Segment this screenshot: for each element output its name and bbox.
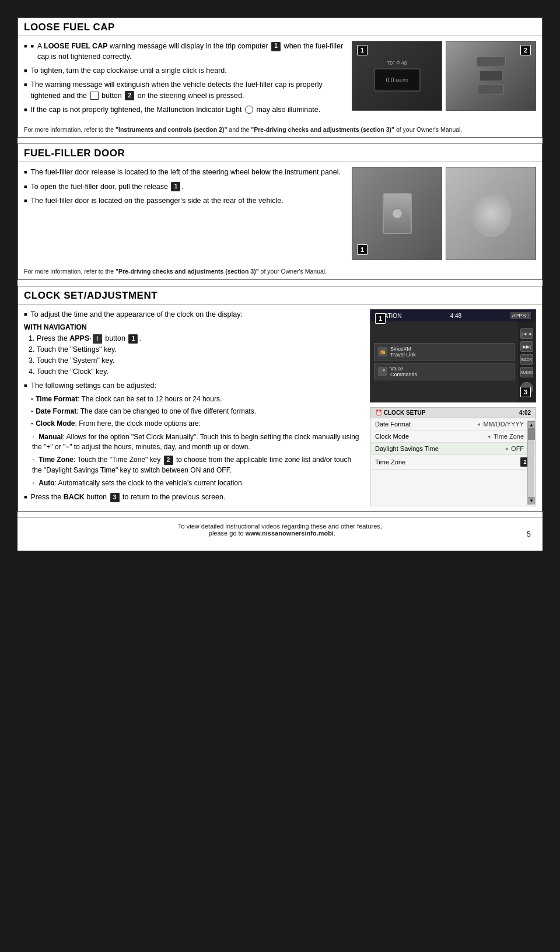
ffd-bullet-2: The fuel-filler door is located on the p… <box>30 195 283 206</box>
cs-row-tz: Time Zone 2 <box>370 455 536 470</box>
press-back-text: Press the BACK button 3 to return to the… <box>30 492 225 502</box>
loose-fuel-cap-images: 70° P 46 0:0 MILES 1 <box>352 41 536 118</box>
fuel-filler-door-footnote: For more information, refer to the "Pre-… <box>18 265 542 279</box>
ref-box-2: 2 <box>125 91 134 100</box>
voice-label: VoiceCommands <box>390 366 417 377</box>
apps-icon: i <box>93 334 102 344</box>
list-item: Clock Mode: From here, the clock mode op… <box>31 419 361 429</box>
footer-text2: please go to <box>209 530 246 537</box>
cs-val-mode: ◄ Time Zone ► <box>487 433 531 440</box>
bullet-2-text: The warning message will extinguish when… <box>30 79 346 100</box>
steps-list: 1. Press the APPS·i button 1. 2. Touch t… <box>24 333 361 377</box>
fuel-filler-door-text: The fuel-filler door release is located … <box>24 167 346 260</box>
sub-bullets: Time Format: The clock can be set to 12 … <box>24 394 361 428</box>
list-item: Time Format: The clock can be set to 12 … <box>31 394 361 404</box>
list-item: Auto: Automatically sets the clock to th… <box>32 477 361 489</box>
cs-label-mode: Clock Mode <box>375 433 409 440</box>
list-item: ■ A LOOSE FUEL CAP warning message will … <box>24 41 346 62</box>
fuel-door-image2 <box>446 167 536 260</box>
cs-header: ⏰ CLOCK SETUP 4:02 <box>370 408 536 418</box>
loose-fuel-cap-bullets: ■ A LOOSE FUEL CAP warning message will … <box>24 41 346 115</box>
cs-arrow-left-date: ◄ <box>476 422 481 427</box>
clock-setup-image: ⏰ CLOCK SETUP 4:02 Date Format ◄ MM/DD/Y… <box>370 407 536 506</box>
nav-ctrl-audio[interactable]: AUDIO <box>520 367 533 377</box>
ref-box-3-clock: 3 <box>110 493 120 502</box>
ref-box-1-clock: 1 <box>128 334 138 344</box>
list-item: Press the BACK button 3 to return to the… <box>24 492 361 502</box>
list-item: To open the fuel-filler door, pull the r… <box>24 181 346 192</box>
auto-bold: Auto <box>38 479 54 487</box>
settings-bullet: The following settings can be adjusted: <box>30 380 156 391</box>
footer-url: www.nissanownersinfo.mobi <box>246 530 334 537</box>
loose-fuel-cap-title: LOOSE FUEL CAP <box>18 18 542 36</box>
cs-row-date-format: Date Format ◄ MM/DD/YYYY ► <box>370 418 536 430</box>
img-label-1-ffd: 1 <box>357 244 368 255</box>
sub-sub-bullets: Manual: Allows for the option "Set Clock… <box>24 431 361 488</box>
nav-top-bar: RMATION 4:48 APPS□ <box>370 310 536 321</box>
clock-section-body: To adjust the time and the appearance of… <box>18 304 542 511</box>
fuel-filler-door-images: 1 <box>352 167 536 260</box>
fuel-filler-door-title: FUEL-FILLER DOOR <box>18 144 542 162</box>
list-item: The fuel-filler door is located on the p… <box>24 195 346 206</box>
square-icon <box>90 92 99 100</box>
cs-scroll-up[interactable]: ▲ <box>528 421 535 428</box>
press-back-bullets: Press the BACK button 3 to return to the… <box>24 492 361 502</box>
list-item: Time Zone: Touch the "Time Zone" key 2 t… <box>32 454 361 475</box>
footer-text1: To view detailed instructional videos re… <box>178 523 382 530</box>
clock-set-title: CLOCK SET/ADJUSTMENT <box>18 286 542 304</box>
siriusxm-label: SiriusXMTravel Link <box>390 346 416 358</box>
cs-arrow-left-dst: ◄ <box>504 446 509 452</box>
cs-val-date: ◄ MM/DD/YYYY ► <box>476 421 531 428</box>
apps-bold: APPS <box>69 334 89 342</box>
list-item: To adjust the time and the appearance of… <box>24 309 361 320</box>
list-item: Manual: Allows for the option "Set Clock… <box>32 431 361 452</box>
list-item: The following settings can be adjusted: <box>24 380 361 391</box>
fuel-door-image1: 1 <box>352 167 442 260</box>
steering-wheel-image: 2 <box>446 41 536 111</box>
nav-menu-siriusxm[interactable]: 📻 SiriusXMTravel Link <box>374 343 514 360</box>
bullet-3-text: If the cap is not properly tightened, th… <box>30 104 320 115</box>
clock-images: RMATION 4:48 APPS□ 📻 SiriusXMTravel Link <box>367 309 536 506</box>
clock-bullet-intro: To adjust the time and the appearance of… <box>30 309 242 320</box>
list-item: The warning message will extinguish when… <box>24 79 346 100</box>
cs-header-right: 4:02 <box>519 410 531 416</box>
ffd-bullet-1: To open the fuel-filler door, pull the r… <box>30 181 184 192</box>
loose-fuel-cap-text: ■ A LOOSE FUEL CAP warning message will … <box>24 41 346 118</box>
bold-loose-fuel-cap: LOOSE FUEL CAP <box>44 42 108 50</box>
ref-box-1-ffd: 1 <box>171 182 180 191</box>
fuel-filler-door-section: FUEL-FILLER DOOR The fuel-filler door re… <box>18 144 542 280</box>
nav-ctrl-prev[interactable]: |◄◄ <box>520 328 533 339</box>
img-label-2: 2 <box>520 45 531 55</box>
cs-label-date: Date Format <box>375 421 411 428</box>
dash-image: 70° P 46 0:0 MILES 1 <box>352 41 442 111</box>
cs-scroll-down[interactable]: ▼ <box>528 497 535 504</box>
clock-set-section: CLOCK SET/ADJUSTMENT To adjust the time … <box>18 286 542 512</box>
fuel-filler-door-body: The fuel-filler door release is located … <box>18 162 542 265</box>
cs-row-dst: Daylight Savings Time ◄ OFF ► <box>370 443 536 455</box>
nav-apps: APPS□ <box>510 312 531 319</box>
nav-time: 4:48 <box>450 313 461 319</box>
siriusxm-icon: 📻 <box>378 347 387 356</box>
nav-ctrl-next[interactable]: ▶▶| <box>520 341 533 352</box>
voice-icon: 🎤 <box>378 367 387 376</box>
list-item: The fuel-filler door release is located … <box>24 167 346 177</box>
nav-img-label-3: 3 <box>520 387 531 397</box>
img-label-1: 1 <box>357 45 368 55</box>
cs-scrollbar[interactable]: ▲ ▼ <box>527 421 534 505</box>
nav-img-label-1: 1 <box>375 313 386 324</box>
list-item: If the cap is not properly tightened, th… <box>24 104 346 115</box>
clock-bullets: To adjust the time and the appearance of… <box>24 309 361 320</box>
loose-fuel-cap-footnote: For more information, refer to the "Inst… <box>18 123 542 138</box>
nav-screen-image: RMATION 4:48 APPS□ 📻 SiriusXMTravel Link <box>370 309 536 402</box>
ref-box-1: 1 <box>271 42 281 51</box>
nav-menu-voice[interactable]: 🎤 VoiceCommands <box>374 363 514 380</box>
list-item: 2. Touch the "Settings" key. <box>29 344 361 355</box>
list-item: Date Format: The date can be changed to … <box>31 407 361 416</box>
with-nav-label: WITH NAVIGATION <box>24 323 361 331</box>
cs-arrow-left-mode: ◄ <box>487 434 491 439</box>
loose-fuel-cap-section: LOOSE FUEL CAP ■ A LOOSE FUEL CAP warnin… <box>18 18 542 138</box>
back-bold: BACK <box>64 493 85 501</box>
cs-date-value: MM/DD/YYYY <box>483 421 524 428</box>
nav-ctrl-back[interactable]: BACK <box>520 354 533 365</box>
date-format: Date Format: The date can be changed to … <box>36 407 256 416</box>
